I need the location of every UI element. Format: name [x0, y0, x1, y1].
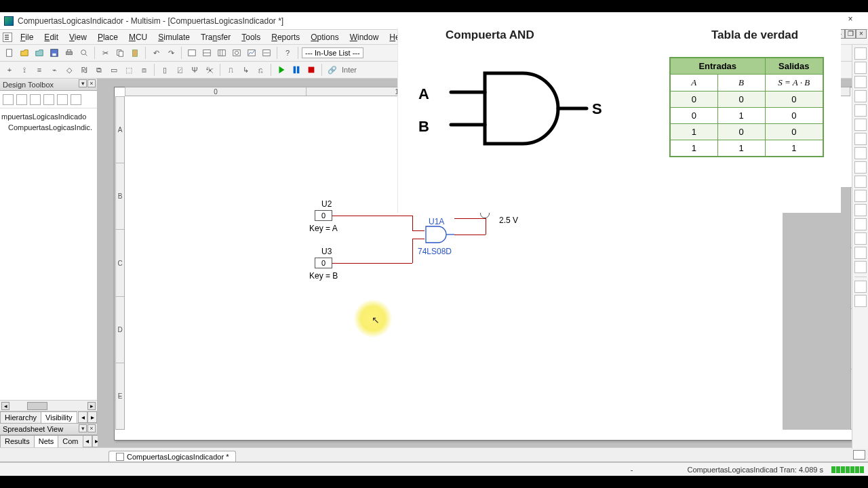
inuse-list-combo[interactable]: --- In-Use List --- [302, 47, 363, 58]
instr-v-4[interactable] [854, 90, 867, 102]
open-button[interactable] [18, 46, 31, 60]
tb-icon-5[interactable] [57, 94, 68, 105]
instr-v-2[interactable] [854, 62, 867, 74]
place-8[interactable]: ▭ [107, 63, 121, 77]
tab-scroll-right[interactable]: ▸ [87, 411, 97, 423]
instr-v-10[interactable] [854, 176, 867, 188]
tab-hierarchy[interactable]: Hierarchy [0, 411, 41, 423]
instr-v-15[interactable] [854, 247, 867, 259]
instr-v-8[interactable] [854, 147, 867, 159]
window-close-button[interactable]: × [837, 14, 864, 28]
place-9[interactable]: ⬚ [122, 63, 136, 77]
tree-item-0[interactable]: mpuertasLogicasIndicado [1, 111, 96, 122]
instr-v-1[interactable] [854, 47, 867, 60]
menu-edit[interactable]: Edit [39, 30, 64, 45]
instr-v-3[interactable] [854, 76, 867, 88]
instr-2-button[interactable] [200, 46, 214, 60]
place-3[interactable]: ≡ [33, 63, 46, 77]
place-12[interactable]: ⍁ [173, 63, 186, 77]
tb-icon-6[interactable] [71, 94, 81, 105]
place-6[interactable]: ₪ [77, 63, 91, 77]
menu-simulate[interactable]: Simulate [153, 30, 195, 45]
tb-icon-3[interactable] [30, 94, 41, 105]
and-gate-icon[interactable] [425, 225, 454, 244]
place-15[interactable]: ⎍ [224, 63, 237, 77]
panel-close-button[interactable]: × [87, 79, 96, 87]
scroll-right-icon[interactable]: ▸ [87, 402, 96, 410]
save-button[interactable] [47, 46, 61, 60]
place-7[interactable]: ⧉ [92, 63, 106, 77]
menu-tools[interactable]: Tools [236, 30, 266, 45]
menu-reports[interactable]: Reports [266, 30, 305, 45]
place-17[interactable]: ⎌ [254, 63, 267, 77]
instr-v-11[interactable] [854, 190, 867, 202]
mdi-close-button[interactable]: × [856, 29, 867, 39]
tab-nets[interactable]: Nets [34, 435, 59, 447]
help-icon[interactable]: ? [281, 46, 294, 60]
place-16[interactable]: ↳ [239, 63, 252, 77]
corner-widget[interactable] [853, 450, 865, 460]
menu-view[interactable]: View [64, 30, 92, 45]
place-1[interactable]: + [3, 63, 16, 77]
instr-v-5[interactable] [854, 104, 867, 117]
spreadsheet-close-button[interactable]: × [87, 424, 96, 432]
tab-visibility[interactable]: Visibility [41, 411, 77, 423]
tab-scroll-left[interactable]: ◂ [78, 411, 87, 423]
menu-window[interactable]: Window [344, 30, 384, 45]
instr-6-button[interactable] [260, 46, 273, 60]
instr-v-16[interactable] [854, 261, 867, 273]
menu-options[interactable]: Options [305, 30, 344, 45]
instr-5-button[interactable] [245, 46, 258, 60]
tab-com[interactable]: Com [58, 435, 83, 447]
print-button[interactable] [62, 46, 76, 60]
instr-v-9[interactable] [854, 161, 867, 174]
tb-icon-4[interactable] [43, 94, 54, 105]
mdi-restore-button[interactable]: ❐ [845, 29, 856, 39]
open-sample-button[interactable] [33, 46, 46, 60]
paste-button[interactable] [128, 46, 142, 60]
stop-button[interactable] [304, 63, 318, 77]
scroll-thumb[interactable] [27, 402, 47, 410]
place-11[interactable]: ▯ [158, 63, 172, 77]
spreadsheet-dock-button[interactable]: ▾ [79, 424, 87, 432]
tree-item-1[interactable]: CompuertasLogicasIndic. [1, 122, 96, 133]
place-13[interactable]: Ψ [188, 63, 201, 77]
undo-button[interactable]: ↶ [149, 46, 163, 60]
panel-dock-button[interactable]: ▾ [79, 79, 87, 87]
u3-value[interactable]: 0 [315, 258, 332, 268]
cut-button[interactable]: ✂ [98, 46, 112, 60]
menu-place[interactable]: Place [92, 30, 123, 45]
place-5[interactable]: ◇ [62, 63, 76, 77]
instr-v-7[interactable] [854, 133, 867, 145]
doc-tab-main[interactable]: CompuertasLogicasIndicador * [108, 451, 236, 462]
run-button[interactable] [275, 63, 288, 77]
place-10[interactable]: ⧈ [137, 63, 151, 77]
instr-v-17[interactable] [854, 281, 867, 293]
instr-v-14[interactable] [854, 232, 867, 245]
place-2[interactable]: ⟟ [18, 63, 31, 77]
place-4[interactable]: ⌁ [47, 63, 61, 77]
tab-results[interactable]: Results [0, 435, 35, 447]
menu-mcu[interactable]: MCU [123, 30, 153, 45]
instr-v-6[interactable] [854, 119, 867, 131]
redo-button[interactable]: ↷ [164, 46, 178, 60]
instr-v-12[interactable] [854, 204, 867, 216]
u2-value[interactable]: 0 [315, 210, 332, 221]
pause-button[interactable] [290, 63, 303, 77]
place-14[interactable]: ⏧ [203, 63, 216, 77]
instr-v-13[interactable] [854, 218, 867, 230]
menu-transfer[interactable]: Transfer [195, 30, 236, 45]
instr-3-button[interactable] [215, 46, 229, 60]
instr-1-button[interactable] [185, 46, 199, 60]
copy-button[interactable] [113, 46, 127, 60]
menu-file[interactable]: File [15, 30, 39, 45]
design-tree[interactable]: mpuertasLogicasIndicado CompuertasLogica… [0, 108, 97, 400]
tb-icon-2[interactable] [16, 94, 27, 105]
scroll-left-icon[interactable]: ◂ [1, 402, 9, 410]
print-preview-button[interactable] [77, 46, 91, 60]
tree-hscroll[interactable]: ◂ ▸ [0, 400, 97, 411]
tb-icon-1[interactable] [3, 94, 14, 105]
sv-scroll-left[interactable]: ◂ [83, 435, 92, 447]
new-button[interactable] [3, 46, 16, 60]
instr-v-18[interactable] [854, 295, 867, 307]
